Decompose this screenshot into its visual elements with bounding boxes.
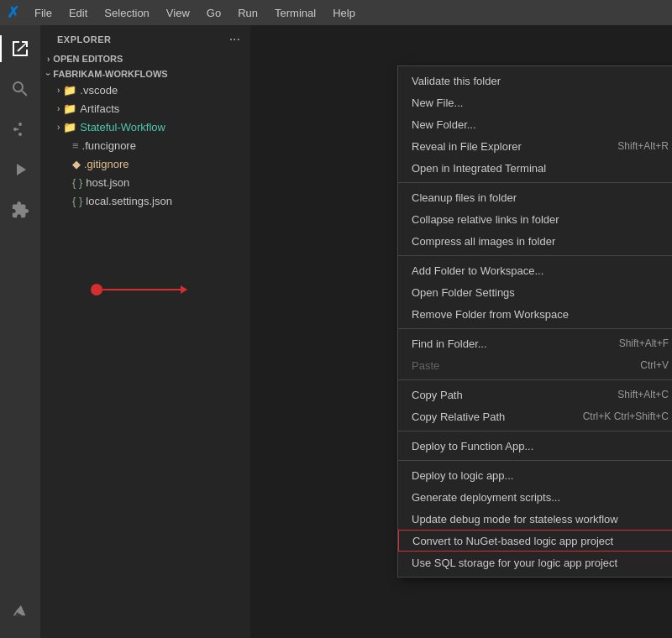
local-settings-icon: { }: [72, 195, 82, 207]
host-json-file[interactable]: { } host.json: [40, 173, 250, 191]
folder-icon: 📁: [63, 84, 76, 97]
host-json-label: host.json: [86, 176, 129, 189]
ctx-reveal-explorer-label: Reveal in File Explorer: [412, 140, 522, 153]
ctx-cleanup-label: Cleanup files in folder: [412, 191, 517, 204]
ctx-divider-6: [398, 460, 672, 461]
funcignore-file[interactable]: ≡ .funcignore: [40, 136, 250, 154]
ctx-update-debug-mode[interactable]: Update debug mode for stateless workflow: [398, 508, 672, 530]
menu-file[interactable]: File: [28, 5, 59, 21]
annotation-dot: [91, 284, 102, 295]
svg-point-1: [18, 123, 22, 126]
menu-run[interactable]: Run: [231, 5, 265, 21]
ctx-deploy-logic-app[interactable]: Deploy to logic app...: [398, 464, 672, 486]
funcignore-icon: ≡: [72, 139, 79, 152]
open-editors-label: OPEN EDITORS: [53, 54, 123, 64]
host-json-icon: { }: [72, 176, 82, 189]
ctx-divider-1: [398, 182, 672, 183]
ctx-reveal-explorer-shortcut: Shift+Alt+R: [617, 140, 669, 152]
menu-go[interactable]: Go: [200, 5, 228, 21]
folder-icon: 📁: [63, 121, 76, 133]
source-control-activity-icon[interactable]: [0, 109, 40, 149]
artifacts-folder[interactable]: › 📁 Artifacts: [40, 99, 250, 118]
menu-terminal[interactable]: Terminal: [268, 5, 323, 21]
ctx-copy-relative-path[interactable]: Copy Relative Path Ctrl+K Ctrl+Shift+C: [398, 405, 672, 427]
open-editors-section[interactable]: › OPEN EDITORS: [40, 50, 250, 65]
app-icon: ✗: [7, 3, 19, 22]
ctx-copy-path-label: Copy Path: [412, 389, 463, 401]
search-activity-icon[interactable]: [0, 69, 40, 109]
ctx-add-folder-workspace-label: Add Folder to Workspace...: [412, 264, 543, 277]
ctx-new-folder-label: New Folder...: [412, 118, 476, 131]
ctx-remove-folder[interactable]: Remove Folder from Workspace: [398, 303, 672, 325]
ctx-deploy-function-label: Deploy to Function App...: [412, 440, 533, 452]
ctx-collapse-links[interactable]: Collapse relative links in folder: [398, 208, 672, 230]
context-menu: Validate this folder New File... New Fol…: [397, 65, 672, 578]
ctx-convert-nuget[interactable]: Convert to NuGet-based logic app project: [398, 530, 672, 552]
stateful-workflow-folder[interactable]: › 📁 Stateful-Workflow: [40, 118, 250, 136]
extensions-activity-icon[interactable]: [0, 190, 40, 230]
open-editors-chevron: ›: [47, 55, 50, 64]
menu-bar: ✗ File Edit Selection View Go Run Termin…: [0, 0, 672, 25]
menu-help[interactable]: Help: [326, 5, 362, 21]
vscode-folder[interactable]: › 📁 .vscode: [40, 81, 250, 99]
ctx-validate-folder-label: Validate this folder: [412, 75, 501, 87]
ctx-open-terminal[interactable]: Open in Integrated Terminal: [398, 157, 672, 179]
ctx-update-debug-mode-label: Update debug mode for stateless workflow: [412, 513, 618, 526]
annotation-arrow: [91, 284, 186, 295]
gitignore-icon: ◆: [72, 158, 81, 170]
local-settings-label: local.settings.json: [86, 195, 172, 207]
ctx-open-terminal-label: Open in Integrated Terminal: [412, 162, 546, 175]
svg-point-0: [18, 133, 22, 136]
annotation-line: [102, 289, 186, 290]
ctx-new-file-label: New File...: [412, 97, 463, 109]
artifacts-label: Artifacts: [80, 102, 119, 115]
menu-view[interactable]: View: [160, 5, 197, 21]
ctx-validate-folder[interactable]: Validate this folder: [398, 70, 672, 92]
ctx-deploy-logic-app-label: Deploy to logic app...: [412, 469, 513, 482]
ctx-copy-path[interactable]: Copy Path Shift+Alt+C: [398, 384, 672, 405]
ctx-divider-4: [398, 379, 672, 380]
gitignore-file[interactable]: ◆ .gitignore: [40, 154, 250, 173]
ctx-add-folder-workspace[interactable]: Add Folder to Workspace...: [398, 259, 672, 281]
menu-edit[interactable]: Edit: [62, 5, 94, 21]
svg-point-2: [13, 128, 17, 131]
ctx-divider-3: [398, 328, 672, 329]
vscode-label: .vscode: [80, 84, 118, 97]
ctx-new-file[interactable]: New File...: [398, 92, 672, 113]
ctx-copy-relative-path-shortcut: Ctrl+K Ctrl+Shift+C: [583, 411, 669, 422]
ctx-generate-deployment-scripts[interactable]: Generate deployment scripts...: [398, 486, 672, 508]
ctx-compress-images[interactable]: Compress all images in folder: [398, 230, 672, 252]
vscode-chevron: ›: [57, 86, 60, 95]
ctx-find-folder-shortcut: Shift+Alt+F: [619, 337, 669, 349]
local-settings-file[interactable]: { } local.settings.json: [40, 191, 250, 210]
ctx-reveal-explorer[interactable]: Reveal in File Explorer Shift+Alt+R: [398, 135, 672, 157]
sidebar-more-button[interactable]: ···: [229, 32, 240, 47]
menu-selection[interactable]: Selection: [97, 5, 155, 21]
explorer-activity-icon[interactable]: [0, 29, 40, 69]
ctx-collapse-links-label: Collapse relative links in folder: [412, 213, 559, 226]
ctx-new-folder[interactable]: New Folder...: [398, 113, 672, 135]
ctx-use-sql-storage[interactable]: Use SQL storage for your logic app proje…: [398, 552, 672, 573]
sidebar: EXPLORER ··· › OPEN EDITORS › FABRIKAM-W…: [40, 25, 250, 638]
ctx-open-folder-settings[interactable]: Open Folder Settings: [398, 281, 672, 303]
ctx-copy-path-shortcut: Shift+Alt+C: [617, 389, 669, 400]
funcignore-label: .funcignore: [82, 139, 136, 152]
sidebar-title: EXPLORER: [57, 34, 112, 44]
ctx-find-folder-label: Find in Folder...: [412, 337, 487, 350]
run-activity-icon[interactable]: [0, 149, 40, 190]
ctx-convert-nuget-label: Convert to NuGet-based logic app project: [412, 535, 613, 547]
ctx-cleanup[interactable]: Cleanup files in folder: [398, 186, 672, 208]
sidebar-header: EXPLORER ···: [40, 25, 250, 50]
ctx-deploy-function[interactable]: Deploy to Function App...: [398, 435, 672, 457]
ctx-find-folder[interactable]: Find in Folder... Shift+Alt+F: [398, 332, 672, 354]
fabrikam-label: FABRIKAM-WORKFLOWS: [53, 69, 167, 79]
gitignore-label: .gitignore: [84, 158, 129, 170]
fabrikam-section[interactable]: › FABRIKAM-WORKFLOWS: [40, 65, 250, 81]
ctx-remove-folder-label: Remove Folder from Workspace: [412, 308, 569, 321]
folder-icon: 📁: [63, 102, 76, 115]
editor-area: Validate this folder New File... New Fol…: [250, 25, 672, 638]
azure-activity-icon[interactable]: [0, 591, 40, 631]
ctx-open-folder-settings-label: Open Folder Settings: [412, 286, 515, 299]
ctx-compress-images-label: Compress all images in folder: [412, 235, 555, 248]
fabrikam-chevron: ›: [44, 72, 53, 75]
